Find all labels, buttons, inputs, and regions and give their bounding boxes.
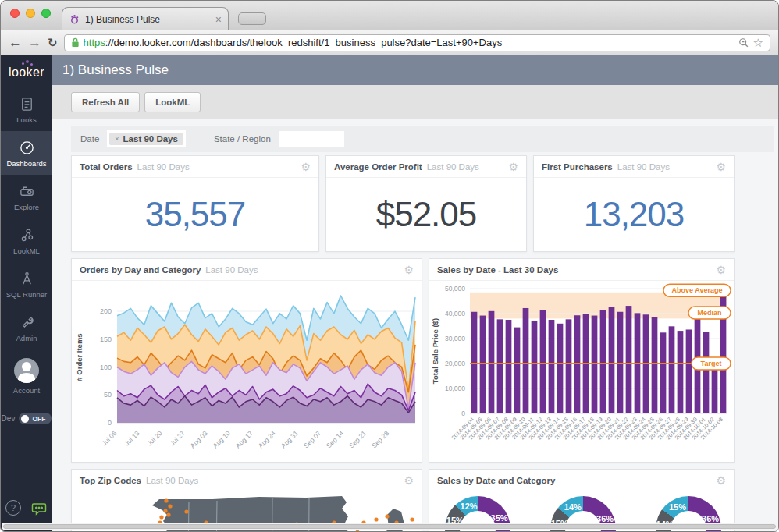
svg-text:200: 200: [100, 307, 112, 315]
tile-title: Total Orders: [80, 162, 133, 172]
zoom-window-button[interactable]: [41, 9, 51, 18]
dev-mode-toggle[interactable]: OFF: [19, 413, 52, 424]
date-filter-field[interactable]: × Last 90 Days: [107, 130, 186, 147]
help-button[interactable]: ?: [5, 500, 21, 516]
minimize-window-button[interactable]: [26, 9, 35, 18]
sidebar-item-label: Dashboards: [6, 159, 46, 168]
svg-text:100: 100: [100, 364, 112, 371]
gear-icon[interactable]: ⚙: [404, 264, 414, 275]
looker-logo[interactable]: looker: [1, 55, 52, 87]
url-text: https://demo.looker.com/dashboards/thelo…: [84, 37, 735, 48]
gear-icon[interactable]: ⚙: [716, 475, 726, 486]
tile-subtitle: Last 90 Days: [617, 162, 670, 172]
svg-text:Aug 03: Aug 03: [189, 429, 209, 449]
filter-bar: Date × Last 90 Days State / Region: [71, 126, 774, 152]
donut-segment-label: 35%: [491, 513, 508, 523]
explore-icon: [19, 183, 35, 200]
gear-icon[interactable]: ⚙: [301, 161, 311, 172]
state-filter-input[interactable]: [279, 131, 344, 147]
forward-button[interactable]: →: [28, 36, 41, 49]
bookmark-star-icon[interactable]: ☆: [753, 37, 763, 48]
window-controls: [10, 9, 51, 18]
svg-text:Median: Median: [697, 309, 721, 317]
svg-text:Jul 20: Jul 20: [145, 429, 163, 447]
sidebar-item-lookml[interactable]: LookML: [1, 218, 52, 262]
tile-title: Sales by Date - Last 30 Days: [437, 265, 558, 275]
svg-text:150: 150: [100, 335, 112, 343]
sidebar-item-looks[interactable]: Looks: [1, 87, 52, 131]
tile-average-order-profit: Average Order Profit Last 90 Days ⚙ $52.…: [325, 155, 527, 252]
gear-icon[interactable]: ⚙: [716, 264, 726, 275]
sidebar-item-label: Looks: [16, 115, 36, 124]
looks-icon: [19, 96, 35, 112]
svg-text:0: 0: [461, 410, 465, 417]
charts-row: Orders by Day and Category Last 90 Days …: [71, 258, 735, 463]
admin-wrench-icon: [19, 314, 35, 331]
date-filter-value: Last 90 Days: [123, 134, 178, 144]
url-scheme: https: [84, 37, 105, 48]
sidebar-item-sql-runner[interactable]: SQL Runner: [1, 262, 52, 306]
close-window-button[interactable]: [10, 9, 20, 18]
new-tab-button[interactable]: [238, 12, 266, 25]
zoom-out-icon[interactable]: [738, 37, 749, 48]
svg-text:Aug 24: Aug 24: [257, 429, 277, 449]
tile-title: Orders by Day and Category: [80, 265, 201, 275]
donut-segment-label: 14%: [564, 502, 582, 512]
sql-runner-icon: [19, 271, 35, 287]
looker-app: looker Looks Dashboards: [1, 55, 778, 532]
svg-text:10,000: 10,000: [445, 385, 465, 392]
toggle-state: OFF: [32, 415, 45, 423]
tab-close-icon[interactable]: ×: [215, 14, 222, 25]
sidebar-item-dashboards[interactable]: Dashboards: [1, 131, 52, 175]
page-title: 1) Business Pulse: [62, 62, 169, 78]
address-bar[interactable]: https://demo.looker.com/dashboards/thelo…: [64, 34, 770, 51]
reload-button[interactable]: ↻: [48, 37, 58, 48]
svg-text:30,000: 30,000: [445, 335, 465, 342]
gear-icon[interactable]: ⚙: [404, 475, 414, 486]
date-filter-chip[interactable]: × Last 90 Days: [109, 133, 183, 145]
tile-title: Top Zip Codes: [80, 476, 141, 485]
gear-icon[interactable]: ⚙: [716, 161, 726, 172]
svg-text:40,000: 40,000: [445, 310, 465, 317]
sidebar-item-explore[interactable]: Explore: [1, 175, 52, 218]
browser-tab-bar: 1) Business Pulse ×: [1, 1, 778, 30]
toggle-knob: [21, 415, 29, 423]
svg-text:20,000: 20,000: [445, 360, 465, 367]
dev-mode-row: Dev OFF: [1, 402, 52, 435]
dashboard-content: Date × Last 90 Days State / Region To: [52, 119, 778, 532]
svg-text:Above Average: Above Average: [672, 286, 723, 294]
svg-text:Sep 07: Sep 07: [302, 429, 322, 449]
tile-subtitle: Last 90 Days: [427, 162, 479, 172]
sidebar-item-admin[interactable]: Admin: [1, 306, 52, 349]
gear-icon[interactable]: ⚙: [508, 161, 518, 172]
scrollbar-thumb[interactable]: [3, 524, 776, 529]
dashboard-toolbar: Refresh All LookML: [52, 85, 778, 119]
lookml-button[interactable]: LookML: [144, 92, 201, 112]
svg-text:# Order Items: # Order Items: [75, 333, 84, 381]
svg-text:Jul 13: Jul 13: [123, 429, 141, 447]
horizontal-scrollbar[interactable]: [2, 523, 777, 530]
back-button[interactable]: ←: [9, 36, 22, 49]
kpi-row: Total Orders Last 90 Days ⚙ 35,557 Avera…: [71, 155, 735, 252]
dashboard-header: 1) Business Pulse: [52, 55, 778, 85]
bar-chart[interactable]: 010,00020,00030,00040,00050,0002014-09-0…: [429, 281, 734, 463]
sidebar-item-label: Account: [13, 386, 40, 395]
tile-sales-by-date: Sales by Date - Last 30 Days ⚙ 010,00020…: [429, 258, 735, 463]
sidebar-item-account[interactable]: Account: [1, 349, 52, 402]
url-path: ://demo.looker.com/dashboards/thelook_re…: [105, 37, 502, 48]
remove-filter-icon[interactable]: ×: [115, 135, 119, 143]
svg-text:50: 50: [104, 391, 112, 399]
refresh-all-button[interactable]: Refresh All: [71, 92, 140, 112]
dev-label: Dev: [2, 414, 16, 423]
lookml-icon: [19, 227, 35, 243]
state-filter-label: State / Region: [214, 134, 271, 144]
tile-total-orders: Total Orders Last 90 Days ⚙ 35,557: [71, 155, 319, 252]
svg-text:Jul 06: Jul 06: [100, 429, 118, 447]
sidebar: looker Looks Dashboards: [1, 55, 52, 532]
svg-text:0: 0: [108, 419, 112, 427]
area-chart[interactable]: 050100150200Jul 06Jul 13Jul 20Jul 27Aug …: [72, 281, 422, 463]
kpi-value: $52.05: [326, 178, 526, 251]
browser-tab[interactable]: 1) Business Pulse ×: [62, 7, 229, 30]
tile-subtitle: Last 90 Days: [137, 162, 190, 172]
chat-button[interactable]: [30, 500, 48, 520]
